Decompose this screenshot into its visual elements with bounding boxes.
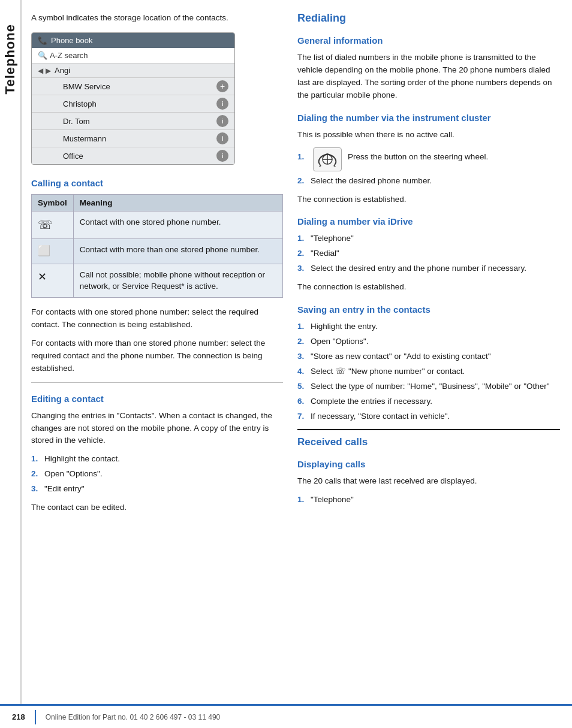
list-item: 3.Select the desired entry and the phone… — [297, 262, 560, 275]
displaying-calls-text: The 20 calls that were last received are… — [297, 475, 560, 488]
redialing-heading: Redialing — [297, 12, 560, 27]
left-column: A symbol indicates the storage location … — [31, 12, 283, 716]
displaying-calls-steps: 1."Telephone" — [297, 494, 560, 506]
footer-divider — [35, 710, 36, 724]
main-content: A symbol indicates the storage location … — [22, 0, 572, 728]
dialing-idrive-steps: 1."Telephone" 2."Redial" 3.Select the de… — [297, 232, 560, 275]
phonebook-icon: 📞 — [38, 36, 47, 45]
meaning-cell: Call not possible; mobile phone without … — [73, 264, 282, 297]
page-number: 218 — [12, 712, 25, 721]
search-icon: 🔍 — [38, 51, 47, 60]
list-item: 1."Telephone" — [297, 494, 560, 506]
phonebook-mockup: 📞 Phone book 🔍 A-Z search ◀ ▶ — [31, 32, 235, 165]
step-1-text: Press the button on the steering wheel. — [348, 147, 488, 164]
list-item: 1.Highlight the contact. — [31, 453, 283, 466]
contact-name: Dr. Tom — [63, 117, 90, 126]
list-item: 7.If necessary, "Store contact in vehicl… — [297, 410, 560, 423]
general-info-heading: General information — [297, 35, 560, 46]
step-1-num: 1. — [297, 147, 307, 161]
list-item: 2.Open "Options". — [297, 336, 560, 348]
nav-right-icon: ▶ — [46, 67, 51, 75]
contact-name: Mustermann — [63, 134, 106, 143]
symbol-table: Symbol Meaning ☏ Contact with one stored… — [31, 194, 283, 298]
dialing-idrive-conclusion: The connection is established. — [297, 281, 560, 294]
list-item: 3."Edit entry" — [31, 483, 283, 496]
list-item: 2.Select the desired phone number. — [297, 175, 560, 188]
table-row: ⬜ Contact with more than one stored phon… — [32, 239, 283, 264]
calling-contact-heading: Calling a contact — [31, 178, 283, 188]
intro-text: A symbol indicates the storage location … — [31, 12, 283, 24]
contact-icon: i — [216, 132, 228, 144]
list-item: 3."Store as new contact" or "Add to exis… — [297, 351, 560, 363]
calling-para2: For contacts with more than one stored p… — [31, 337, 283, 375]
saving-entry-steps: 1.Highlight the entry. 2.Open "Options".… — [297, 321, 560, 422]
page-container: Telephone A symbol indicates the storage… — [0, 0, 572, 728]
list-item[interactable]: Dr. Tom i — [32, 113, 234, 130]
contact-name: Angi — [55, 66, 70, 75]
list-item: 2."Redial" — [297, 247, 560, 260]
right-column: Redialing General information The list o… — [297, 12, 560, 716]
steering-wheel-button-icon — [313, 147, 342, 171]
footer-text: Online Edition for Part no. 01 40 2 606 … — [46, 713, 221, 721]
sidebar: Telephone — [0, 0, 22, 728]
symbol-cell: ✕ — [32, 264, 74, 297]
contact-name: Office — [63, 152, 83, 161]
col-symbol: Symbol — [32, 195, 74, 212]
add-icon[interactable]: + — [216, 80, 228, 92]
list-item: 6.Complete the entries if necessary. — [297, 395, 560, 408]
dialing-idrive-heading: Dialing a number via iDrive — [297, 216, 560, 226]
meaning-cell: Contact with more than one stored phone … — [73, 239, 282, 264]
saving-entry-heading: Saving an entry in the contacts — [297, 304, 560, 315]
phonebook-rows: ◀ ▶ Angi BMW Service + — [32, 64, 234, 164]
contact-icon: i — [216, 115, 228, 127]
nav-left-icon: ◀ — [38, 67, 43, 75]
list-item: 1.Highlight the entry. — [297, 321, 560, 333]
calling-para1: For contacts with one stored phone numbe… — [31, 306, 283, 331]
editing-steps-list: 1.Highlight the contact. 2.Open "Options… — [31, 453, 283, 496]
table-row: ☏ Contact with one stored phone number. — [32, 212, 283, 239]
symbol-cell: ☏ — [32, 212, 74, 239]
dialing-steps: 2.Select the desired phone number. — [297, 175, 560, 188]
list-item: 2.Open "Options". — [31, 468, 283, 481]
symbol-cell: ⬜ — [32, 239, 74, 264]
dialing-instrument-conclusion: The connection is established. — [297, 194, 560, 206]
contact-name: BMW Service — [63, 82, 110, 91]
col-meaning: Meaning — [73, 195, 282, 212]
search-label: A-Z search — [50, 51, 88, 60]
contact-icon: i — [216, 98, 228, 110]
table-row: ✕ Call not possible; mobile phone withou… — [32, 264, 283, 297]
sidebar-label: Telephone — [2, 24, 18, 94]
meaning-cell: Contact with one stored phone number. — [73, 212, 282, 239]
list-item[interactable]: ◀ ▶ Angi — [32, 64, 234, 78]
displaying-calls-heading: Displaying calls — [297, 459, 560, 469]
phonebook-title: Phone book — [51, 36, 92, 45]
phonebook-header: 📞 Phone book — [32, 33, 234, 48]
list-item: 5.Select the type of number: "Home", "Bu… — [297, 380, 560, 393]
editing-conclusion: The contact can be edited. — [31, 502, 283, 514]
general-info-text: The list of dialed numbers in the mobile… — [297, 52, 560, 102]
list-item[interactable]: Mustermann i — [32, 130, 234, 147]
list-item[interactable]: BMW Service + — [32, 78, 234, 95]
editing-contact-heading: Editing a contact — [31, 394, 283, 404]
step-1-with-icon: 1. Press the button on the steering whee… — [297, 147, 560, 171]
list-item[interactable]: Christoph i — [32, 95, 234, 113]
contact-icon: i — [216, 150, 228, 162]
dialing-instrument-heading: Dialing the number via the instrument cl… — [297, 113, 560, 123]
editing-description: Changing the entries in "Contacts". When… — [31, 410, 283, 448]
received-calls-heading: Received calls — [297, 429, 560, 451]
phonebook-search[interactable]: 🔍 A-Z search — [32, 48, 234, 64]
list-item: 1."Telephone" — [297, 232, 560, 245]
dialing-instrument-intro: This is possible when there is no active… — [297, 129, 560, 141]
list-item[interactable]: Office i — [32, 147, 234, 164]
contact-name: Christoph — [63, 99, 97, 108]
divider — [31, 382, 283, 383]
page-footer: 218 Online Edition for Part no. 01 40 2 … — [0, 704, 572, 728]
list-item: 4.Select ☏ "New phone number" or contact… — [297, 365, 560, 378]
